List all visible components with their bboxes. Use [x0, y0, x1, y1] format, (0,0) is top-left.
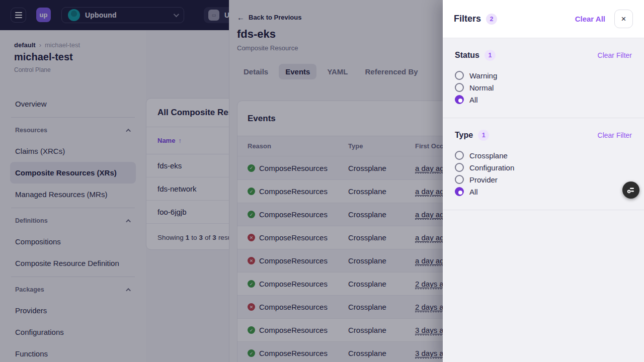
filter-option-crossplane[interactable]: Crossplane: [455, 149, 632, 161]
app-root: up Upbound ▭ Upbound default › michael-t…: [0, 0, 644, 362]
type-count-badge: 1: [478, 130, 489, 141]
filters-count-badge: 2: [486, 14, 497, 25]
close-icon: ×: [621, 14, 626, 24]
radio-icon[interactable]: [455, 151, 464, 160]
filter-option-provider[interactable]: Provider: [455, 173, 632, 186]
radio-icon[interactable]: [455, 163, 464, 172]
filter-option-normal[interactable]: Normal: [455, 81, 632, 94]
filter-section-status: Status 1 Clear Filter Warning Normal All: [443, 38, 644, 118]
filters-title: Filters: [454, 14, 481, 24]
filters-panel: Filters 2 Clear All × Status 1 Clear Fil…: [443, 0, 644, 362]
feedback-widget-button[interactable]: [622, 182, 639, 199]
close-button[interactable]: ×: [614, 10, 633, 28]
type-section-title: Type: [455, 131, 473, 140]
radio-icon[interactable]: [455, 187, 464, 196]
clear-status-filter-button[interactable]: Clear Filter: [598, 51, 632, 59]
clear-all-button[interactable]: Clear All: [575, 15, 605, 23]
status-section-title: Status: [455, 51, 479, 60]
filter-option-status-all[interactable]: All: [455, 94, 632, 106]
status-count-badge: 1: [485, 50, 496, 61]
filters-header: Filters 2 Clear All ×: [443, 0, 644, 38]
radio-icon[interactable]: [455, 83, 464, 92]
filter-option-warning[interactable]: Warning: [455, 69, 632, 81]
radio-icon[interactable]: [455, 95, 464, 104]
clear-type-filter-button[interactable]: Clear Filter: [598, 131, 632, 139]
filter-option-configuration[interactable]: Configuration: [455, 161, 632, 173]
radio-icon[interactable]: [455, 71, 464, 80]
filter-option-type-all[interactable]: All: [455, 186, 632, 198]
feedback-list-icon: [626, 185, 636, 195]
radio-icon[interactable]: [455, 175, 464, 184]
filter-section-type: Type 1 Clear Filter Crossplane Configura…: [443, 118, 644, 210]
